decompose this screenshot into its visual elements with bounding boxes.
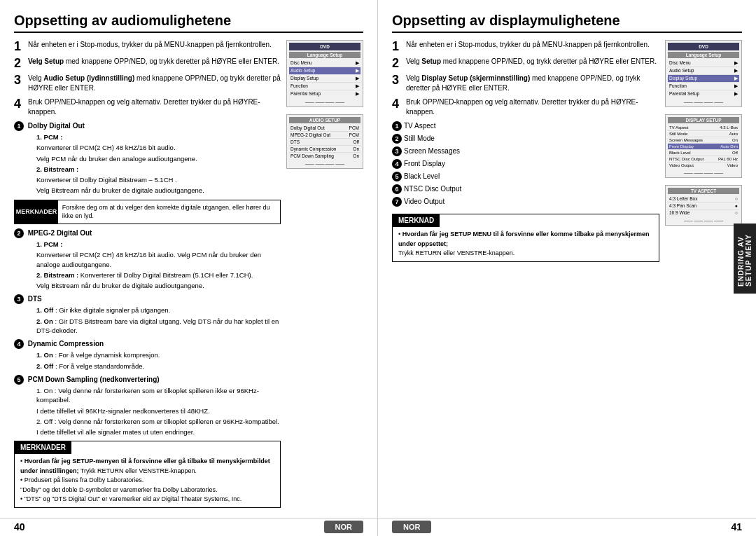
- right-step-2: 2 Velg Setup med knappene OPP/NED, og tr…: [392, 57, 659, 69]
- setup-menu-tab: ENDRING AV SETUP MENY: [734, 224, 756, 294]
- right-screen-display-setup: DISPLAY SETUP TV Aspect4:3 L-Box Still M…: [665, 114, 742, 178]
- left-title: Oppsetting av audiomulighetene: [14, 13, 363, 33]
- right-feature-list: 1 TV Aspect 2 Still Mode 3 Screen Messag…: [392, 121, 659, 207]
- bottom-right: NOR 41: [378, 518, 756, 536]
- screen-audio-setup: AUDIO SETUP Dolby Digital OutPCM MPEG-2 …: [286, 114, 363, 169]
- screen-language-setup: DVD Language Setup Disc Menu▶ Audio Setu…: [286, 40, 363, 107]
- feature-screen-messages: 3 Screen Messages: [392, 146, 659, 156]
- step-3: 3 Velg Audio Setup (lydinnstilling) med …: [14, 74, 281, 93]
- feature-still-mode: 2 Still Mode: [392, 134, 659, 144]
- left-text-col: 1 Når enheten er i Stop-modus, trykker d…: [14, 40, 281, 511]
- right-title: Oppsetting av displaymulighetene: [392, 13, 742, 33]
- right-screen-tv-aspect: TV ASPECT 4:3 Letter Box○ 4:3 Pan Scan● …: [665, 185, 742, 226]
- feature-pcm-down: 5 PCM Down Sampling (nedkonvertering) 1.…: [14, 375, 281, 437]
- right-page-num: 41: [731, 521, 742, 532]
- right-text-col: 1 Når enheten er i Stop-modus, trykker d…: [392, 40, 659, 511]
- left-nor-button[interactable]: NOR: [324, 521, 363, 533]
- right-section: Oppsetting av displaymulighetene 1 Når e…: [378, 0, 756, 518]
- right-merknad-box: MERKNAD • Hvordan får jeg SETUP MENU til…: [392, 214, 659, 262]
- bottom-bar: 40 NOR NOR 41: [0, 518, 756, 536]
- feature-tv-aspect: 1 TV Aspect: [392, 121, 659, 131]
- left-page-num: 40: [14, 521, 25, 532]
- feature-dolby: 1 Dolby Digital Out 1. PCM : Konverterer…: [14, 121, 281, 195]
- feature-dts: 3 DTS 1. Off : Gir ikke digitale signale…: [14, 294, 281, 335]
- right-step-1: 1 Når enheten er i Stop-modus, trykker d…: [392, 40, 659, 53]
- right-step-3: 3 Velg Display Setup (skjerminnstilling)…: [392, 74, 659, 93]
- step-4: 4 Bruk OPP/NED-knappen og velg alternati…: [14, 97, 281, 117]
- bottom-left: 40 NOR: [0, 518, 378, 536]
- left-img-col: DVD Language Setup Disc Menu▶ Audio Setu…: [286, 40, 363, 511]
- feature-front-display: 4 Front Display: [392, 159, 659, 169]
- feature-black-level: 5 Black Level: [392, 172, 659, 181]
- right-step-4: 4 Bruk OPP/NED-knappen og velg alternati…: [392, 97, 659, 117]
- feature-ntsc: 6 NTSC Disc Output: [392, 184, 659, 194]
- step-2: 2 Velg Setup med knappene OPP/NED, og tr…: [14, 57, 281, 69]
- right-img-col: DVD Language Setup Disc Menu▶ Audio Setu…: [665, 40, 742, 511]
- note-box-merknader: MERKNADER Forsikre deg om at du velger d…: [14, 200, 281, 224]
- left-merknad-box: MERKNADER • Hvordan får jeg SETUP-menyen…: [14, 441, 281, 508]
- left-section: Oppsetting av audiomulighetene 1 Når enh…: [0, 0, 378, 518]
- feature-mpeg2: 2 MPEG-2 Digital Out 1. PCM : Konvertere…: [14, 228, 281, 290]
- right-nor-button[interactable]: NOR: [392, 521, 431, 533]
- right-screen-language: DVD Language Setup Disc Menu▶ Audio Setu…: [665, 40, 742, 107]
- step-1: 1 Når enheten er i Stop-modus, trykker d…: [14, 40, 281, 53]
- feature-video-output: 7 Video Output: [392, 197, 659, 207]
- feature-dynamic: 4 Dynamic Compression 1. On : For å velg…: [14, 339, 281, 371]
